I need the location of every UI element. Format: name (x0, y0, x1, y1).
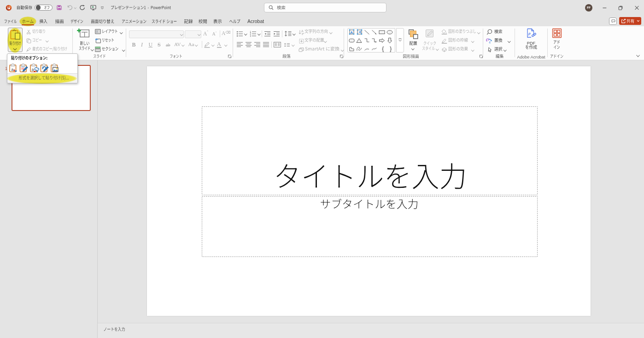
svg-text:c: c (489, 40, 491, 44)
svg-text:A: A (351, 30, 353, 35)
svg-text:ρ: ρ (528, 31, 531, 35)
svg-text:P: P (8, 6, 10, 9)
svg-text:a: a (32, 67, 34, 72)
svg-text:a: a (12, 67, 14, 72)
svg-text:3: 3 (250, 35, 251, 37)
svg-text:A: A (358, 31, 362, 34)
svg-text:A: A (301, 29, 304, 33)
